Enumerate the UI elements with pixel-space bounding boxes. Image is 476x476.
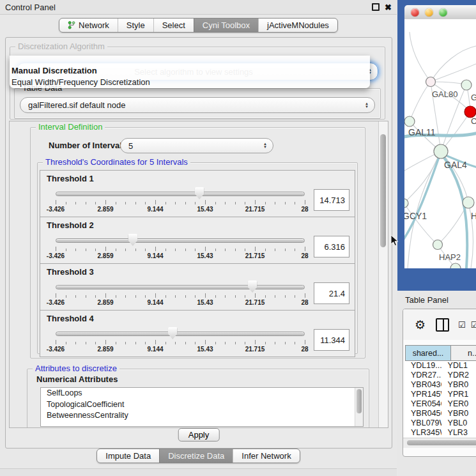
table-cell[interactable]: YBL0 [441,418,476,428]
numerical-attributes-list[interactable]: SelfLoopsTopologicalCoefficientBetweenne… [40,387,364,427]
tab-discretize-data[interactable]: Discretize Data [159,449,233,463]
tab-impute-data[interactable]: Impute Data [97,449,159,463]
network-icon [68,21,75,29]
node-hap2[interactable] [433,240,443,250]
node-partial-right[interactable] [461,80,472,90]
label-gcy1: GCY1 [404,211,427,221]
table-cell[interactable]: YDL1 [441,361,476,371]
table-row[interactable]: YPR145WYPR1 [405,390,476,399]
table-cell[interactable]: YPR1 [441,390,476,399]
number-of-intervals-label: Number of Intervals [49,141,127,150]
table-cell[interactable]: YER054C [405,399,441,409]
table-row[interactable]: YDR27...YDR2 [405,371,476,380]
number-of-intervals-combobox[interactable]: 5 ▲▼ [120,138,273,153]
table-cell[interactable]: YDR2 [441,371,476,380]
apply-button[interactable]: Apply [178,428,220,441]
tab-jactivemnodules[interactable]: jActiveMNodules [258,19,337,32]
table-cell[interactable]: YBR045C [405,409,441,418]
slider-tick-labels: -3.4262.8599.14415.4321.71528 [56,252,305,260]
threshold-4-value-field[interactable]: 11.344 [314,329,349,351]
attribute-item[interactable]: TopologicalCoefficient [41,399,363,411]
column-header-name[interactable]: n... [451,345,476,361]
network-nodes[interactable] [404,77,476,269]
network-window-titlebar[interactable] [404,5,476,20]
table-panel: Table Panel ⚙ ☑ ☑ shared... n... YDL19..… [397,291,476,476]
mac-close-button[interactable] [411,8,419,17]
close-icon[interactable]: ✖ [385,3,392,12]
slider-track[interactable] [56,192,305,196]
table-cell[interactable]: YLR345W [405,428,441,438]
tab-cyni-toolbox[interactable]: Cyni Toolbox [194,19,258,32]
table-cell[interactable]: YBR0 [441,380,476,390]
node-h[interactable] [463,197,474,208]
network-canvas[interactable]: GAL80 GA C GAL11 GAL4 GCY1 H HAP2 [404,19,476,268]
attribute-item[interactable]: SelfLoops [41,388,363,399]
threshold-panel-1: Threshold 1 -3.4262.8599.14415.4321.7152… [40,170,355,217]
float-window-icon[interactable] [372,3,380,11]
slider-thumb[interactable] [168,327,178,339]
scrollbar-thumb[interactable] [407,440,476,445]
node-gcy1[interactable] [404,199,408,208]
table-data-combobox[interactable]: galFiltered.sif default node ▲▼ [20,97,375,113]
node-gal11[interactable] [404,116,415,127]
table-cell[interactable]: YDL19... [405,361,441,371]
tab-select[interactable]: Select [153,19,194,32]
tab-style[interactable]: Style [118,19,153,32]
slider-thumb[interactable] [128,234,137,246]
attribute-item[interactable]: BetweennessCentrality [41,410,363,422]
table-row[interactable]: YBL079WYBL0 [405,418,476,428]
split-panes-icon[interactable] [436,318,449,332]
table-cell[interactable]: YBR0 [441,409,476,418]
node-gal4[interactable] [434,144,448,158]
table-cell[interactable]: YDR27... [405,371,441,380]
scrollbar-thumb[interactable] [380,134,386,247]
tab-network[interactable]: Network [59,19,118,32]
combo-arrows-icon: ▲▼ [365,102,369,109]
table-row[interactable]: YLR345WYLR3 [405,428,476,438]
slider-track[interactable] [56,285,305,289]
attributes-group-title: Attributes to discretize [33,364,119,373]
control-panel-titlebar: Control Panel ✖ [0,0,397,15]
threshold-3-slider[interactable]: -3.4262.8599.14415.4321.71528 [56,279,305,307]
column-header-shared[interactable]: shared... [405,345,451,361]
scrollbar-thumb[interactable] [357,389,362,413]
settings-vertical-scrollbar[interactable] [378,121,388,427]
table-cell[interactable]: YER0 [441,399,476,409]
slider-track[interactable] [56,238,305,243]
label-h: H [471,211,476,221]
tab-jactivemnodules-label: jActiveMNodules [267,20,329,30]
gear-icon[interactable]: ⚙ [415,319,426,331]
attributes-list-scrollbar[interactable] [355,388,363,426]
table-row[interactable]: YER054CYER0 [405,399,476,409]
checkbox-icon[interactable]: ☑ [458,321,466,329]
slider-thumb[interactable] [248,280,257,293]
threshold-4-slider[interactable]: -3.4262.8599.14415.4321.71528 [56,326,305,354]
mac-minimize-button[interactable] [425,8,433,17]
node-gal80[interactable] [426,77,436,87]
table-cell[interactable]: YBL079W [405,418,441,428]
table-row[interactable]: YDL19...YDL1 [405,361,476,371]
table-row[interactable]: YBR045CYBR0 [405,409,476,418]
table-cell[interactable]: YBR043C [405,380,441,390]
table-horizontal-scrollbar[interactable] [403,438,476,448]
threshold-1-slider[interactable]: -3.4262.8599.14415.4321.71528 [56,186,305,214]
popup-item-equal-width-frequency[interactable]: Equal Width/Frequency Discretization [10,77,370,88]
slider-ticks [56,247,305,252]
threshold-2-slider[interactable]: -3.4262.8599.14415.4321.71528 [56,233,305,261]
threshold-3-value-field[interactable]: 21.4 [314,282,349,304]
table-cell[interactable]: YPR145W [405,390,441,399]
table-row[interactable]: YBR043CYBR0 [405,380,476,390]
slider-thumb[interactable] [195,187,204,199]
network-graph: GAL80 GA C GAL11 GAL4 GCY1 H HAP2 [404,19,476,268]
popup-item-manual-discretization[interactable]: Manual Discretization [10,65,370,77]
tab-infer-network[interactable]: Infer Network [233,449,299,463]
table-body[interactable]: YDL19...YDL1YDR27...YDR2YBR043CYBR0YPR14… [405,361,476,438]
table-cell[interactable]: YLR3 [441,428,476,438]
slider-ticks [56,200,305,205]
label-gal4: GAL4 [444,160,467,170]
threshold-1-value-field[interactable]: 14.713 [314,189,349,211]
threshold-2-value-field[interactable]: 6.316 [314,236,349,257]
mac-zoom-button[interactable] [439,8,447,17]
checkbox-icon[interactable]: ☑ [471,321,476,329]
slider-track[interactable] [56,332,305,336]
